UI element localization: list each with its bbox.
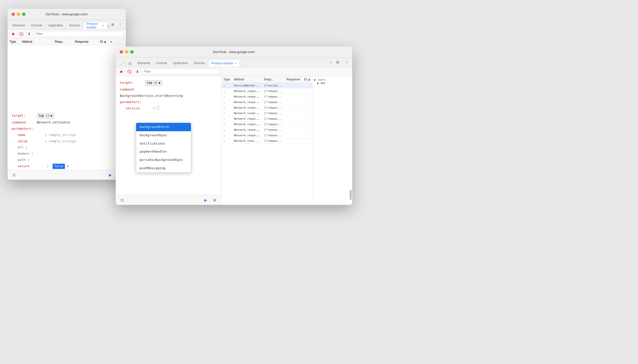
cmd-name-1: name : <empty_string> bbox=[18, 132, 122, 138]
command-value-2: BackgroundService.startObserving bbox=[120, 93, 183, 99]
tab-sources-1[interactable]: Sources bbox=[66, 22, 83, 29]
cell-elapsed bbox=[302, 133, 312, 138]
cell-response bbox=[285, 88, 302, 94]
tab-close-icon-2[interactable]: ✕ bbox=[235, 62, 237, 65]
tab-elements-1[interactable]: Elements bbox=[10, 22, 28, 29]
more-tabs-icon-1[interactable]: » bbox=[107, 25, 109, 28]
maximize-button-1[interactable] bbox=[22, 13, 25, 16]
tab-bar-right-2: » ⚙ ⋮ bbox=[330, 59, 350, 67]
table-row[interactable]: ↓ Network.loadi... {"reques... bbox=[221, 111, 312, 116]
cell-type: ↓ bbox=[221, 105, 232, 111]
cell-response bbox=[285, 122, 302, 127]
table-row[interactable]: ↓ Network.reque... {"reques... bbox=[221, 127, 312, 133]
format-icon-2[interactable]: ⊞ bbox=[211, 197, 218, 204]
bottom-bar-2: ⊡ ▶ ⊞ bbox=[116, 195, 221, 205]
tab-sources-2[interactable]: Sources bbox=[191, 59, 208, 67]
filter-input-2[interactable] bbox=[142, 69, 219, 75]
split-layout-1: Type Method Requ... Response El.▲ » bbox=[8, 38, 126, 109]
table-row[interactable]: ↓ Network.reque... {"reques... bbox=[221, 122, 312, 127]
cell-elapsed bbox=[302, 116, 312, 122]
service-item-notifications[interactable]: notifications bbox=[136, 140, 191, 148]
service-item-pushMessaging[interactable]: pushMessaging bbox=[136, 164, 191, 172]
minimize-button-2[interactable] bbox=[125, 50, 128, 54]
service-item-paymentHandler[interactable]: paymentHandler bbox=[136, 148, 191, 156]
console-drawer-icon-1[interactable]: ⊡ bbox=[11, 171, 18, 178]
maximize-button-2[interactable] bbox=[130, 50, 134, 54]
target-dropdown-2[interactable]: Tab () ▼ bbox=[145, 80, 162, 86]
service-item-periodicBackgroundSync[interactable]: periodicBackgroundSync bbox=[136, 156, 191, 164]
tab-close-icon-1[interactable]: ✕ bbox=[102, 24, 104, 27]
tab-elements-2[interactable]: Elements bbox=[134, 59, 153, 67]
tab-bar-1: Elements Console Application Sources Pro… bbox=[8, 20, 126, 29]
filter-input-1[interactable] bbox=[34, 31, 124, 37]
clear-icon-2[interactable]: 🚫 bbox=[126, 68, 133, 75]
cell-method: Network.loadi... bbox=[232, 111, 262, 116]
download-icon-1[interactable]: ⬇ bbox=[26, 30, 33, 37]
table-row[interactable]: ↓ ServiceWorker... {"versio... bbox=[221, 83, 312, 88]
col-method-1: Method bbox=[20, 38, 53, 45]
devtools-window-2: DevTools - www.google.com/ ⋰ ⊡ Elements … bbox=[116, 47, 352, 205]
device-icon-2[interactable]: ⊡ bbox=[126, 60, 133, 67]
send-button-2[interactable]: ▶ bbox=[202, 197, 209, 204]
table-row[interactable]: ↓ Network.resp... {"reques... bbox=[221, 138, 312, 144]
name-value-1: <empty_string> bbox=[49, 132, 76, 138]
more-icon-2[interactable]: ⋮ bbox=[343, 59, 350, 66]
secure-clear-icon[interactable]: ⊘ bbox=[67, 164, 69, 169]
inspect-icon-2[interactable]: ⋰ bbox=[119, 60, 126, 67]
tab-console-2[interactable]: Console bbox=[153, 59, 170, 67]
col-type-1: Type bbox=[8, 38, 20, 45]
stop-icon-2[interactable]: ⏺ bbox=[118, 68, 125, 75]
minimize-button-1[interactable] bbox=[17, 13, 20, 16]
download-icon-2[interactable]: ⬇ bbox=[134, 68, 141, 75]
tab-application-1[interactable]: Application bbox=[45, 22, 66, 29]
tab-application-2[interactable]: Application bbox=[170, 59, 191, 67]
url-key-1: url bbox=[18, 145, 23, 150]
settings-icon-2[interactable]: ⚙ bbox=[334, 59, 341, 66]
name-key-1: name bbox=[18, 132, 43, 138]
table-row[interactable]: ↓ Network.reque... {"reques... bbox=[221, 133, 312, 138]
json-expand-icon-1[interactable]: ▶ bbox=[314, 78, 316, 81]
tab-protocol-monitor-2[interactable]: Protocol monitor ✕ bbox=[208, 59, 240, 67]
json-panel-2: ▶ {vers ▶ ver bbox=[312, 76, 352, 205]
service-input-cursor bbox=[157, 106, 159, 109]
table-header-1: Type Method Requ... Response El.▲ » bbox=[8, 38, 126, 45]
more-cols-1[interactable]: » bbox=[108, 38, 116, 45]
settings-icon-1[interactable]: ⚙ bbox=[109, 21, 116, 28]
tab-protocol-monitor-1[interactable]: Protocol monitor ✕ bbox=[83, 22, 108, 29]
path-key-1: path bbox=[18, 157, 25, 163]
tab-bar-2: ⋰ ⊡ Elements Console Application Sources… bbox=[116, 58, 352, 67]
stop-icon-1[interactable]: ⏺ bbox=[10, 30, 17, 37]
table-row[interactable]: ↓ Network.reque... {"reques... bbox=[221, 94, 312, 100]
more-icon-1[interactable]: ⋮ bbox=[117, 21, 124, 28]
service-item-backgroundFetch[interactable]: backgroundFetch bbox=[136, 123, 191, 131]
json-expand-icon-2[interactable]: ▶ bbox=[317, 81, 319, 85]
secure-key-1: secure bbox=[18, 164, 43, 169]
dropdown-arrow-icon-1: ▼ bbox=[50, 114, 52, 118]
command-panel-2: ⏺ 🚫 ⬇ target: Tab () ▼ command: bbox=[116, 67, 221, 205]
console-drawer-icon-2[interactable]: ⊡ bbox=[119, 197, 126, 204]
cell-elapsed bbox=[302, 88, 312, 94]
value-key-1: value bbox=[18, 139, 43, 144]
cmd-url-1: url : bbox=[18, 145, 122, 150]
table-row[interactable]: ↓ Network.respo... {"reques... bbox=[221, 105, 312, 111]
tab-console-1[interactable]: Console bbox=[28, 22, 45, 29]
table-row[interactable]: ↓ Network.reque... {"reques... bbox=[221, 116, 312, 122]
table-row[interactable]: ↓ Network.respo... {"reques... bbox=[221, 100, 312, 105]
cell-elapsed bbox=[302, 127, 312, 133]
clear-icon-1[interactable]: 🚫 bbox=[18, 30, 25, 37]
send-button-1[interactable]: ▶ bbox=[107, 171, 114, 178]
command-editor-1: target: Tab () ▼ command: Network.setCoo… bbox=[8, 109, 126, 170]
cell-request: {"reques... bbox=[262, 127, 285, 133]
table-container-2: Type Method Requ... Response El.▲ » ↓ bbox=[221, 76, 312, 205]
more-tabs-icon-2[interactable]: » bbox=[330, 61, 332, 64]
close-button-1[interactable] bbox=[12, 13, 15, 16]
col-request-1: Requ... bbox=[53, 38, 73, 45]
cmd-domain-1: domain : bbox=[18, 151, 122, 156]
toolbar-right-2 bbox=[221, 67, 352, 76]
table-row[interactable]: ↓ Network.reque... {"reques... bbox=[221, 88, 312, 94]
devtools-window-1: DevTools - www.google.com/ Elements Cons… bbox=[8, 9, 126, 180]
service-item-backgroundSync[interactable]: backgroundSync bbox=[136, 131, 191, 140]
target-dropdown-1[interactable]: Tab () ▼ bbox=[37, 113, 54, 119]
close-button-2[interactable] bbox=[120, 50, 123, 54]
protocol-panel-2: Type Method Requ... Response El.▲ » ↓ bbox=[221, 67, 352, 205]
